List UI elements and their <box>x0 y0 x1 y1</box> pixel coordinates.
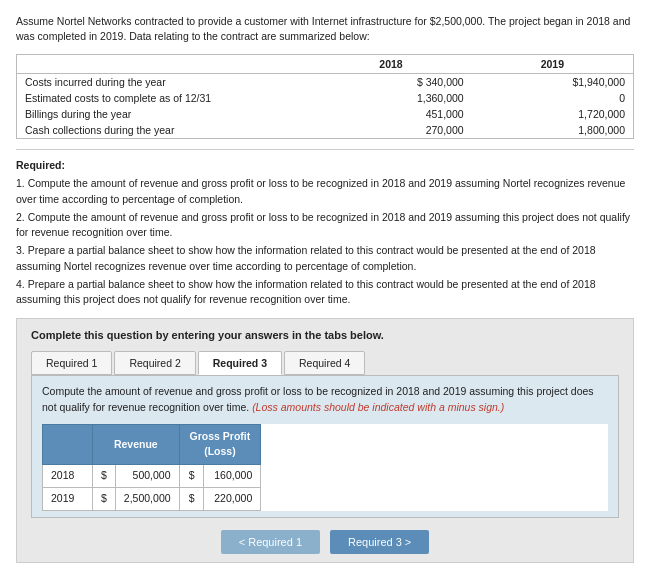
nav-row: < Required 1 Required 3 > <box>31 530 619 554</box>
data-table: 2018 2019 Costs incurred during the year… <box>17 55 633 138</box>
row-val-2018: 1,360,000 <box>310 90 471 106</box>
tab-required-2[interactable]: Required 2 <box>114 351 195 375</box>
inner-row-revenue: 500,000 <box>115 465 179 488</box>
inner-row-rev-prefix: $ <box>93 465 116 488</box>
tab-content: Compute the amount of revenue and gross … <box>31 375 619 518</box>
inner-table: Revenue Gross Profit(Loss) 2018 $ 500,00… <box>42 424 261 511</box>
inner-row-revenue: 2,500,000 <box>115 487 179 510</box>
inner-table-wrap: Revenue Gross Profit(Loss) 2018 $ 500,00… <box>42 424 608 511</box>
inner-th-revenue: Revenue <box>93 424 180 465</box>
row-val-2019: 1,720,000 <box>472 106 633 122</box>
required-section: Required: 1. Compute the amount of reven… <box>16 158 634 308</box>
row-label: Estimated costs to complete as of 12/31 <box>17 90 310 106</box>
divider <box>16 149 634 150</box>
data-table-row: Billings during the year 451,000 1,720,0… <box>17 106 633 122</box>
inner-table-row: 2018 $ 500,000 $ 160,000 <box>43 465 261 488</box>
row-label: Billings during the year <box>17 106 310 122</box>
inner-row-rev-prefix: $ <box>93 487 116 510</box>
prev-button[interactable]: < Required 1 <box>221 530 320 554</box>
tab-required-3[interactable]: Required 3 <box>198 351 282 375</box>
required-item: 2. Compute the amount of revenue and gro… <box>16 210 634 242</box>
row-label: Cash collections during the year <box>17 122 310 138</box>
inner-th-empty <box>43 424 93 465</box>
col-header-2019: 2019 <box>472 55 633 74</box>
intro-text: Assume Nortel Networks contracted to pro… <box>16 14 634 44</box>
complete-box: Complete this question by entering your … <box>16 318 634 563</box>
tab-required-4[interactable]: Required 4 <box>284 351 365 375</box>
inner-th-gp: Gross Profit(Loss) <box>179 424 261 465</box>
inner-table-row: 2019 $ 2,500,000 $ 220,000 <box>43 487 261 510</box>
next-button[interactable]: Required 3 > <box>330 530 429 554</box>
tab-required-1[interactable]: Required 1 <box>31 351 112 375</box>
inner-row-year: 2019 <box>43 487 93 510</box>
tab-note: (Loss amounts should be indicated with a… <box>252 401 504 413</box>
row-val-2018: $ 340,000 <box>310 74 471 91</box>
data-table-wrap: 2018 2019 Costs incurred during the year… <box>16 54 634 139</box>
row-val-2019: 0 <box>472 90 633 106</box>
row-val-2018: 270,000 <box>310 122 471 138</box>
data-table-row: Estimated costs to complete as of 12/31 … <box>17 90 633 106</box>
inner-row-gp: 220,000 <box>203 487 261 510</box>
data-table-row: Costs incurred during the year $ 340,000… <box>17 74 633 91</box>
required-item: 4. Prepare a partial balance sheet to sh… <box>16 277 634 309</box>
required-item: 3. Prepare a partial balance sheet to sh… <box>16 243 634 275</box>
col-header-2018: 2018 <box>310 55 471 74</box>
data-table-row: Cash collections during the year 270,000… <box>17 122 633 138</box>
row-val-2018: 451,000 <box>310 106 471 122</box>
required-item: 1. Compute the amount of revenue and gro… <box>16 176 634 208</box>
inner-row-gp-prefix: $ <box>179 465 203 488</box>
inner-row-year: 2018 <box>43 465 93 488</box>
complete-label: Complete this question by entering your … <box>31 329 619 341</box>
row-val-2019: $1,940,000 <box>472 74 633 91</box>
required-title: Required: <box>16 159 65 171</box>
inner-row-gp-prefix: $ <box>179 487 203 510</box>
tabs-row: Required 1Required 2Required 3Required 4 <box>31 351 619 375</box>
row-val-2019: 1,800,000 <box>472 122 633 138</box>
row-label: Costs incurred during the year <box>17 74 310 91</box>
inner-row-gp: 160,000 <box>203 465 261 488</box>
